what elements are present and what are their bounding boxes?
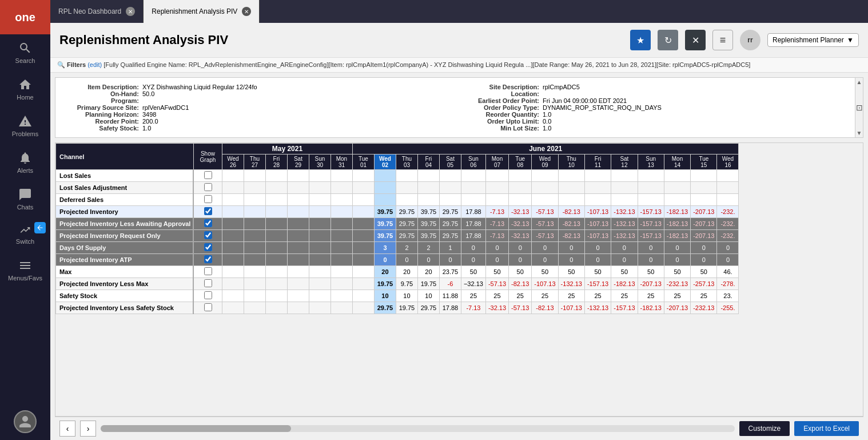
cell-10-19: 25	[664, 290, 690, 302]
checkbox-3[interactable]	[204, 207, 212, 215]
cell-7-10: 0	[439, 254, 461, 266]
prev-button[interactable]: ‹	[59, 421, 75, 437]
cell-11-0	[222, 302, 244, 314]
role-dropdown[interactable]: Replenishment Planner ▼	[767, 33, 859, 47]
cell-9-14: -107.13	[532, 278, 558, 290]
sidebar-item-home[interactable]: Home	[0, 71, 50, 108]
row-show-graph-1[interactable]	[193, 182, 222, 194]
cell-8-16: 50	[584, 266, 611, 278]
checkbox-6[interactable]	[204, 243, 212, 251]
sidebar-item-problems[interactable]: Problems	[0, 108, 50, 144]
table-row: Days Of Supply322100000000000	[56, 242, 739, 254]
next-button[interactable]: ›	[80, 421, 96, 437]
cell-10-1	[244, 290, 265, 302]
cell-0-17	[611, 170, 638, 182]
cell-7-9: 0	[417, 254, 439, 266]
scroll-up-arrow[interactable]: ▲	[857, 79, 862, 85]
cell-1-12	[485, 182, 508, 194]
sidebar-item-switch[interactable]: Switch	[0, 217, 50, 252]
cell-6-13: 0	[509, 242, 532, 254]
info-scroll: ▲ ⊡ ▼	[855, 78, 863, 137]
checkbox-0[interactable]	[204, 171, 212, 179]
cell-7-11: 0	[461, 254, 485, 266]
tab-close-rpl-neo[interactable]: ✕	[126, 7, 135, 16]
cell-1-2	[265, 182, 287, 194]
cell-3-6	[352, 206, 374, 218]
info-location: Location:	[465, 90, 854, 97]
cell-2-1	[244, 194, 265, 206]
cell-6-18: 0	[638, 242, 664, 254]
table-row: Max20202023.755050505050505050505046.	[56, 266, 739, 278]
cell-7-17: 0	[611, 254, 638, 266]
info-program: Program:	[65, 97, 453, 104]
row-show-graph-7[interactable]	[193, 254, 222, 266]
cell-4-12: -7.13	[485, 218, 508, 230]
cell-9-7: 19.75	[374, 278, 396, 290]
cell-5-7: 39.75	[374, 230, 396, 242]
data-table-wrapper[interactable]: Channel ShowGraph May 2021 June 2021 Wed…	[55, 142, 863, 417]
checkbox-8[interactable]	[204, 267, 212, 275]
cell-10-4	[309, 290, 331, 302]
app-logo[interactable]: one	[0, 0, 50, 34]
cell-1-11	[461, 182, 485, 194]
checkbox-7[interactable]	[204, 255, 212, 263]
sidebar-item-menus[interactable]: Menus/Favs	[0, 252, 50, 288]
sidebar-alerts-label: Alerts	[17, 167, 33, 174]
cell-7-20: 0	[691, 254, 717, 266]
cell-7-16: 0	[584, 254, 611, 266]
cell-4-17: -132.13	[611, 218, 638, 230]
checkbox-10[interactable]	[204, 291, 212, 299]
info-earliest-order: Earliest Order Point: Fri Jun 04 09:00:0…	[465, 97, 854, 104]
row-show-graph-0[interactable]	[193, 170, 222, 182]
sidebar-item-chats[interactable]: Chats	[0, 181, 50, 217]
checkbox-11[interactable]	[204, 303, 212, 311]
tab-bar: RPL Neo Dashboard ✕ Replenishment Analys…	[50, 0, 868, 23]
cell-8-2	[265, 266, 287, 278]
cell-2-14	[532, 194, 558, 206]
scroll-down-arrow[interactable]: ▼	[857, 130, 862, 136]
export-button[interactable]: Export to Excel	[794, 421, 859, 436]
star-button[interactable]: ★	[630, 30, 651, 50]
cell-10-8: 10	[396, 290, 417, 302]
horizontal-scrollbar[interactable]	[101, 425, 735, 432]
row-show-graph-6[interactable]	[193, 242, 222, 254]
customize-button[interactable]: Customize	[739, 421, 790, 436]
tab-rpl-neo[interactable]: RPL Neo Dashboard ✕	[50, 0, 144, 23]
checkbox-1[interactable]	[204, 183, 212, 191]
checkbox-2[interactable]	[204, 195, 212, 203]
sidebar-item-search[interactable]: Search	[0, 34, 50, 71]
row-show-graph-8[interactable]	[193, 266, 222, 278]
cell-3-10: 29.75	[439, 206, 461, 218]
menu-button[interactable]: ≡	[712, 30, 733, 50]
cell-0-5	[331, 170, 352, 182]
tab-replen-piv[interactable]: Replenishment Analysis PIV ✕	[144, 0, 260, 23]
row-show-graph-4[interactable]	[193, 218, 222, 230]
row-show-graph-11[interactable]	[193, 302, 222, 314]
close-button[interactable]: ✕	[685, 30, 706, 50]
row-show-graph-2[interactable]	[193, 194, 222, 206]
checkbox-5[interactable]	[204, 231, 212, 239]
refresh-button[interactable]: ↻	[658, 30, 678, 50]
row-show-graph-10[interactable]	[193, 290, 222, 302]
info-primary-source: Primary Source Site: rplVenAFwdDC1	[65, 104, 453, 111]
row-channel-3: Projected Inventory	[56, 206, 194, 218]
row-show-graph-9[interactable]	[193, 278, 222, 290]
sidebar-item-avatar[interactable]	[0, 403, 50, 440]
switch-badge	[34, 222, 46, 233]
cell-3-14: -57.13	[532, 206, 558, 218]
cell-8-4	[309, 266, 331, 278]
row-channel-2: Deferred Sales	[56, 194, 194, 206]
tab-close-replen-piv[interactable]: ✕	[242, 7, 251, 16]
filter-edit-link[interactable]: (edit)	[87, 61, 102, 68]
row-show-graph-5[interactable]	[193, 230, 222, 242]
info-expand-icon[interactable]: ⊡	[856, 103, 863, 112]
cell-4-18: -157.13	[638, 218, 664, 230]
cell-1-1	[244, 182, 265, 194]
checkbox-4[interactable]	[204, 219, 212, 227]
row-show-graph-3[interactable]	[193, 206, 222, 218]
cell-0-16	[584, 170, 611, 182]
cell-9-13: -82.13	[509, 278, 532, 290]
date-col-13: Sun13	[638, 154, 664, 170]
checkbox-9[interactable]	[204, 279, 212, 287]
sidebar-item-alerts[interactable]: Alerts	[0, 144, 50, 181]
